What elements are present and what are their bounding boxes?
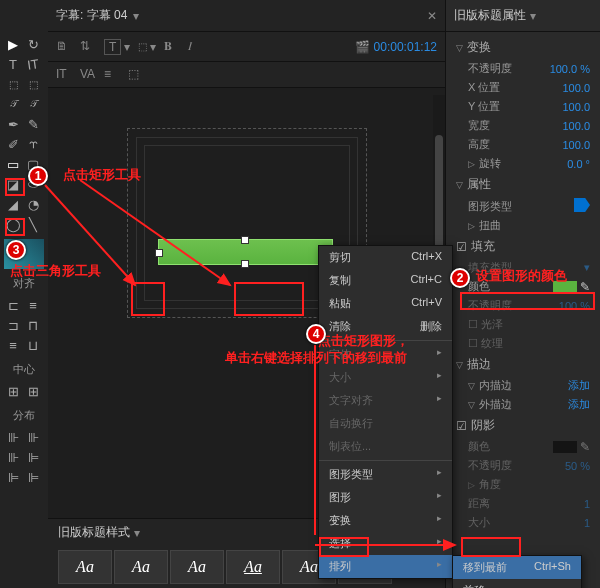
styles-title: 旧版标题样式 <box>58 524 130 541</box>
add-anchor-tool[interactable]: ✎ <box>24 115 42 133</box>
fill-opacity-value[interactable]: 100 % <box>559 300 590 312</box>
ctx-clear[interactable]: 清除删除 <box>319 315 452 338</box>
selection-tool[interactable]: ▶ <box>4 35 22 53</box>
rotation-value[interactable]: 0.0 ° <box>567 158 590 170</box>
rotate-tool[interactable]: ↻ <box>24 35 42 53</box>
rectangle-tool[interactable]: ▭ <box>4 155 22 173</box>
height-label: 高度 <box>468 137 490 152</box>
roll-icon[interactable]: ⇅ <box>80 39 96 55</box>
area-type-tool[interactable]: ⬚ <box>4 75 22 93</box>
marker-2: 2 <box>450 268 470 288</box>
ctx-copy[interactable]: 复制Ctrl+C <box>319 269 452 292</box>
align-bottom-icon[interactable]: ⊔ <box>24 336 42 354</box>
xpos-value[interactable]: 100.0 <box>562 82 590 94</box>
dist-icon-5[interactable]: ⊫ <box>4 468 22 486</box>
shadow-angle-label: ▷角度 <box>468 477 501 492</box>
ctx-font: 字体▸ <box>319 343 452 366</box>
context-menu: 剪切Ctrl+X 复制Ctrl+C 粘贴Ctrl+V 清除删除 字体▸ 大小▸ … <box>318 245 453 579</box>
center-h-icon[interactable]: ⊞ <box>4 382 22 400</box>
shadow-opacity-label: 不透明度 <box>468 458 512 473</box>
properties-section[interactable]: ▽属性 <box>446 173 600 196</box>
ctx-shape-type[interactable]: 图形类型▸ <box>319 463 452 486</box>
shadow-section[interactable]: ☑阴影 <box>446 414 600 437</box>
ctx-arrange[interactable]: 排列▸ 移到最前Ctrl+Sh 前移 移到最后 <box>319 555 452 578</box>
transform-section[interactable]: ▽变换 <box>446 36 600 59</box>
dist-icon-4[interactable]: ⊫ <box>24 448 42 466</box>
height-value[interactable]: 100.0 <box>562 139 590 151</box>
style-swatch[interactable]: Aa <box>226 550 280 584</box>
ctx-bring-to-front[interactable]: 移到最前Ctrl+Sh <box>453 556 581 579</box>
pen-tool[interactable]: ✒ <box>4 115 22 133</box>
style-swatch[interactable]: Aa <box>170 550 224 584</box>
close-button[interactable]: ✕ <box>427 9 437 23</box>
align-hcenter-icon[interactable]: ≡ <box>24 296 42 314</box>
fill-color-value[interactable]: ✎ <box>553 280 590 294</box>
dist-icon-3[interactable]: ⊪ <box>4 448 22 466</box>
fill-type-label: 填充类型 <box>468 260 512 275</box>
clip-rect-tool[interactable]: ◪ <box>4 175 22 193</box>
wedge-tool[interactable]: ◢ <box>4 195 22 213</box>
rectangle-shape[interactable] <box>158 239 333 265</box>
inner-stroke-add[interactable]: 添加 <box>568 378 590 393</box>
font-dropdown[interactable]: T▾ <box>104 39 130 55</box>
horizontal-type-tool[interactable]: T <box>4 55 22 73</box>
stroke-section[interactable]: ▽描边 <box>446 353 600 376</box>
ctx-bring-forward[interactable]: 前移 <box>453 579 581 588</box>
dropdown-icon[interactable]: ▾ <box>133 9 139 23</box>
new-title-icon[interactable]: 🗎 <box>56 39 72 55</box>
align-right-icon[interactable]: ⊐ <box>4 316 22 334</box>
convert-anchor-tool[interactable]: ⥾ <box>24 135 42 153</box>
align-vcenter-icon[interactable]: ≡ <box>4 336 22 354</box>
ctx-size: 大小▸ <box>319 366 452 389</box>
tab-icon-1[interactable]: IT <box>56 67 72 83</box>
outer-stroke-add[interactable]: 添加 <box>568 397 590 412</box>
panel-header: 字幕: 字幕 04 ▾ ✕ <box>48 0 445 32</box>
rotation-label: ▷旋转 <box>468 156 501 171</box>
style-swatch[interactable]: Aa <box>58 550 112 584</box>
tab-icon-3[interactable]: ≡ <box>104 67 120 83</box>
ctx-select[interactable]: 选择▸ <box>319 532 452 555</box>
ctx-shape[interactable]: 图形▸ <box>319 486 452 509</box>
distort-label: ▷扭曲 <box>468 218 501 233</box>
italic-icon[interactable]: 𝐼 <box>188 39 204 55</box>
ctx-tabs: 制表位... <box>319 435 452 458</box>
bold-icon[interactable]: 𝐁 <box>164 39 180 55</box>
dist-icon-6[interactable]: ⊫ <box>24 468 42 486</box>
shape-type-label: 图形类型 <box>468 199 512 214</box>
opacity-value[interactable]: 100.0 % <box>550 63 590 75</box>
tab-icon-4[interactable]: ⬚ <box>128 67 144 83</box>
delete-anchor-tool[interactable]: ✐ <box>4 135 22 153</box>
sheen-label: ☐ 光泽 <box>468 317 503 332</box>
template-dropdown[interactable]: ⬚▾ <box>138 40 156 54</box>
dist-icon-1[interactable]: ⊪ <box>4 428 22 446</box>
ctx-transform[interactable]: 变换▸ <box>319 509 452 532</box>
ctx-paste[interactable]: 粘贴Ctrl+V <box>319 292 452 315</box>
ypos-label: Y 位置 <box>468 99 500 114</box>
marker-3: 3 <box>6 240 26 260</box>
style-swatch[interactable]: Aa <box>114 550 168 584</box>
path-type-v-tool[interactable]: 𝒯 <box>24 95 42 113</box>
inner-stroke-label: ▽内描边 <box>468 378 512 393</box>
vertical-type-tool[interactable]: IT <box>23 54 43 74</box>
align-section-label: 对齐 <box>4 276 44 291</box>
align-left-icon[interactable]: ⊏ <box>4 296 22 314</box>
shape-type-value[interactable] <box>574 198 590 214</box>
path-type-tool[interactable]: 𝒯 <box>4 95 22 113</box>
width-label: 宽度 <box>468 118 490 133</box>
shadow-size-label: 大小 <box>468 515 490 530</box>
line-tool[interactable]: ╲ <box>24 215 42 233</box>
align-top-icon[interactable]: ⊓ <box>24 316 42 334</box>
center-v-icon[interactable]: ⊞ <box>24 382 42 400</box>
fill-section[interactable]: ☑填充 <box>446 235 600 258</box>
tab-icon-2[interactable]: VA <box>80 67 96 83</box>
dist-icon-2[interactable]: ⊪ <box>24 428 42 446</box>
toolbar-2: IT VA ≡ ⬚ <box>48 62 445 88</box>
arc-tool[interactable]: ◔ <box>24 195 42 213</box>
ctx-cut[interactable]: 剪切Ctrl+X <box>319 246 452 269</box>
ellipse-tool[interactable]: ◯ <box>4 215 22 233</box>
toolbar: 🗎 ⇅ T▾ ⬚▾ 𝐁 𝐼 🎬00:00:01:12 <box>48 32 445 62</box>
area-type-v-tool[interactable]: ⬚ <box>24 75 42 93</box>
width-value[interactable]: 100.0 <box>562 120 590 132</box>
marker-1: 1 <box>28 166 48 186</box>
ypos-value[interactable]: 100.0 <box>562 101 590 113</box>
